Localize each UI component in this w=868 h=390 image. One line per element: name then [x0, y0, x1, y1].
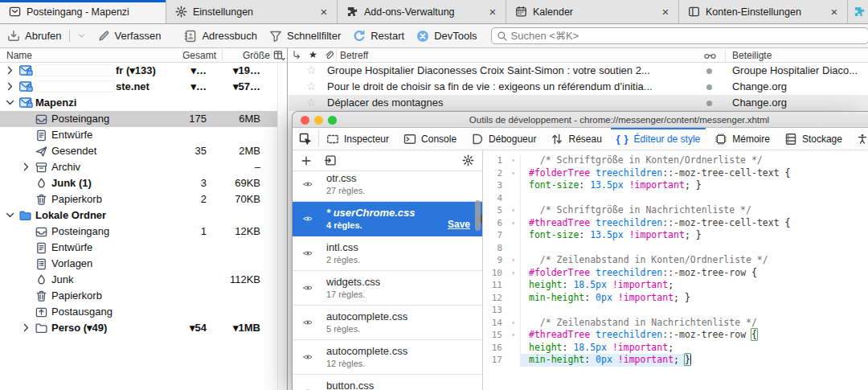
- column-header-subject[interactable]: Betreff: [340, 50, 368, 61]
- folder-row[interactable]: Papierkorb: [0, 288, 277, 304]
- code-line[interactable]: 11 height: 18.5px !important;: [484, 279, 868, 292]
- star-icon[interactable]: [306, 64, 317, 76]
- code-text[interactable]: #folderTree treechildren::-moz-tree-cell…: [521, 167, 790, 180]
- fold-arrow-icon[interactable]: ▾: [511, 154, 515, 167]
- fold-arrow-icon[interactable]: ▾: [511, 204, 515, 217]
- paperclip-icon[interactable]: [324, 50, 334, 61]
- folder-row[interactable]: Lokale Ordner: [0, 207, 277, 224]
- verfassen-button[interactable]: Verfassen: [98, 30, 162, 42]
- devtools-tab-stockage[interactable]: Stockage: [777, 128, 850, 150]
- eye-icon[interactable]: [301, 352, 314, 362]
- column-divider[interactable]: [725, 49, 726, 61]
- twisty_d-icon[interactable]: [5, 97, 15, 108]
- folder-row[interactable]: Mapenzi: [0, 95, 277, 111]
- code-text[interactable]: /* Schriftgröße in Nachrichtenliste */: [521, 204, 751, 217]
- code-text[interactable]: /* Zeilenabstand in Nachrichtenliste */: [521, 317, 757, 330]
- fold-arrow-icon[interactable]: ▾: [511, 329, 515, 342]
- folder-row[interactable]: Postausgang: [0, 304, 277, 320]
- schnellfilter-button[interactable]: Schnellfilter: [269, 30, 341, 43]
- code-line[interactable]: 12 min-height: 0px !important; }: [484, 292, 868, 305]
- fold-arrow-icon[interactable]: ▾: [511, 317, 515, 330]
- gear-icon[interactable]: [462, 154, 474, 166]
- code-line[interactable]: 9▾ /* Zeilenabstand in Konten/Ordnerlist…: [484, 254, 868, 267]
- thread-icon[interactable]: [292, 50, 301, 60]
- column-divider[interactable]: [271, 49, 272, 61]
- close-icon[interactable]: [486, 6, 499, 18]
- code-line[interactable]: 8: [484, 242, 868, 255]
- code-line[interactable]: 5▾ /* Schriftgröße in Nachrichtenliste *…: [484, 204, 868, 217]
- code-line[interactable]: 14▾ /* Zeilenabstand in Nachrichtenliste…: [484, 317, 868, 330]
- abrufen-button[interactable]: Abrufen: [7, 30, 86, 43]
- folder-row[interactable]: Junk 112KB: [0, 272, 277, 288]
- search-field[interactable]: [491, 27, 868, 44]
- twisty_r-icon[interactable]: [5, 81, 15, 92]
- devtools-tab-console[interactable]: Console: [396, 128, 464, 150]
- code-text[interactable]: height: 18.5px !important;: [521, 342, 674, 355]
- code-text[interactable]: [521, 304, 529, 317]
- twisty_r-icon[interactable]: [21, 322, 31, 333]
- fold-arrow-icon[interactable]: ▾: [511, 167, 515, 180]
- code-text[interactable]: font-size: 13.5px !important; }: [521, 229, 702, 242]
- code-text[interactable]: height: 18.5px !important;: [521, 279, 674, 292]
- eye-icon[interactable]: [301, 179, 314, 189]
- code-text[interactable]: #threadTree treechildren::-moz-tree-cell…: [521, 217, 790, 230]
- devtools-tab-inspecteur[interactable]: Inspecteur: [319, 128, 396, 150]
- search-input[interactable]: [511, 30, 863, 42]
- eye-icon[interactable]: [301, 214, 314, 224]
- fold-arrow-icon[interactable]: ▾: [511, 254, 515, 267]
- code-line[interactable]: 13: [484, 304, 868, 317]
- stylesheet-item[interactable]: button.css 12 règles.: [293, 375, 482, 390]
- column-header-size[interactable]: Größe: [243, 50, 270, 61]
- folder-row[interactable]: fr (▾133) ▾… ▾19…: [0, 63, 277, 79]
- folder-row[interactable]: Papierkorb 2 70KB: [0, 191, 277, 207]
- code-text[interactable]: min-height: 0px !important; }: [521, 292, 690, 305]
- folder-row[interactable]: Gesendet 35 2MB: [0, 143, 277, 159]
- tab-konten-einstellungen[interactable]: Konten-Einstellungen: [679, 0, 848, 23]
- eye-icon[interactable]: [301, 283, 314, 293]
- devtools-title-bar[interactable]: Outils de développement - chrome://messe…: [293, 112, 868, 128]
- code-text[interactable]: [521, 242, 529, 255]
- code-line[interactable]: 1▾ /* Schriftgröße in Konten/Ordnerliste…: [484, 154, 868, 167]
- column-divider[interactable]: [182, 49, 183, 61]
- code-text[interactable]: [521, 192, 529, 205]
- code-text[interactable]: /* Zeilenabstand in Konten/Ordnerliste *…: [521, 254, 768, 267]
- stylesheet-item[interactable]: widgets.css 17 règles.: [293, 271, 482, 306]
- adressbuch-button[interactable]: Adressbuch: [184, 30, 257, 43]
- a11y-icon[interactable]: [857, 128, 868, 150]
- code-text[interactable]: #folderTree treechildren::-moz-tree-row …: [521, 267, 757, 280]
- restart-button[interactable]: Restart: [353, 30, 404, 43]
- importic-icon[interactable]: [325, 154, 337, 166]
- plusic-icon[interactable]: [301, 155, 312, 166]
- column-header-total[interactable]: Gesamt: [182, 50, 216, 61]
- tab-einstellungen[interactable]: Einstellungen: [166, 0, 338, 23]
- read-status-dot[interactable]: [706, 68, 712, 74]
- read-status-dot[interactable]: [706, 101, 712, 106]
- folder-row[interactable]: Entwürfe: [0, 240, 277, 256]
- code-text[interactable]: min-height: 0px !important; }: [521, 354, 691, 367]
- fold-arrow-icon[interactable]: ▾: [511, 267, 515, 280]
- eye-icon[interactable]: [301, 318, 314, 327]
- stylesheet-item[interactable]: autocomplete.css 5 règles.: [293, 306, 482, 340]
- twisty_r-icon[interactable]: [21, 162, 31, 172]
- code-line[interactable]: 2▾ #folderTree treechildren::-moz-tree-c…: [484, 167, 868, 180]
- folder-row[interactable]: Junk (1) 3 69KB: [0, 175, 277, 191]
- css-source-editor[interactable]: 1▾ /* Schriftgröße in Konten/Ordnerliste…: [484, 150, 868, 390]
- stylesheet-item[interactable]: intl.css 2 règles.: [293, 236, 482, 271]
- zoom-window-button[interactable]: [328, 116, 337, 125]
- tab-add-ons-verwaltung[interactable]: Add-ons-Verwaltung: [338, 0, 506, 23]
- close-window-button[interactable]: [301, 116, 309, 125]
- column-header-correspondents[interactable]: Beteiligte: [732, 50, 772, 61]
- stylesheet-item[interactable]: * userChrome.css 4 règles. Save: [293, 202, 482, 236]
- code-line[interactable]: 6▾ #threadTree treechildren::-moz-tree-c…: [484, 217, 868, 230]
- stylesheet-item[interactable]: autocomplete.css 12 règles.: [293, 340, 482, 375]
- devtools-tab-d-bogueur[interactable]: Débogueur: [464, 128, 543, 150]
- close-icon[interactable]: [659, 6, 672, 18]
- eye-icon[interactable]: [301, 387, 314, 390]
- code-line[interactable]: 7 font-size: 13.5px !important; }: [484, 229, 868, 242]
- devtools-tab--diteur-de-style[interactable]: { } Éditeur de style: [609, 128, 707, 150]
- folder-row[interactable]: Archiv –: [0, 159, 277, 175]
- message-row[interactable]: Groupe Hospitalier Diaconesses Croix Sai…: [289, 63, 868, 79]
- code-line[interactable]: 16 height: 18.5px !important;: [484, 342, 868, 355]
- devtools-tab-m-moire[interactable]: Mémoire: [707, 128, 777, 150]
- message-row[interactable]: Déplacer des montagnes Change.org: [289, 95, 868, 111]
